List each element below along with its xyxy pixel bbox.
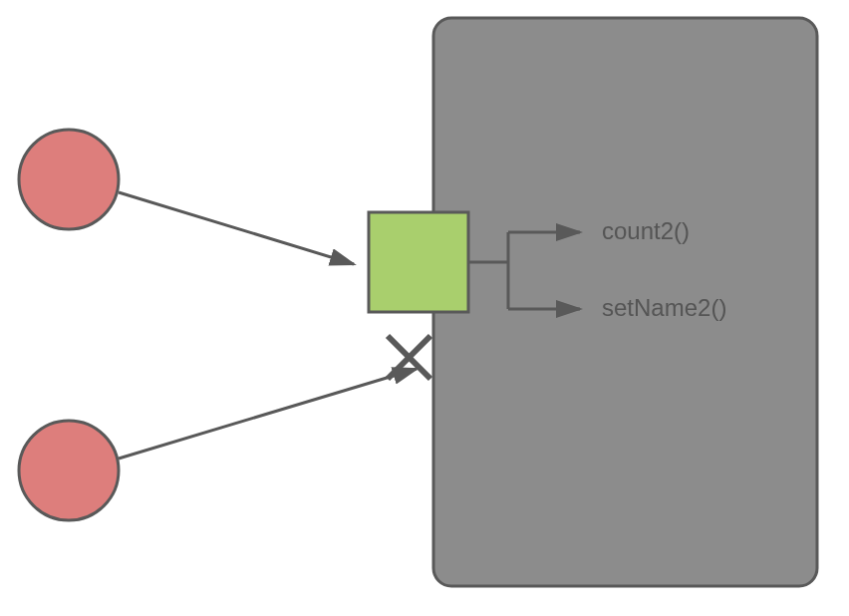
arrow-bottom-blocked	[119, 369, 417, 459]
requester-circle-top	[19, 130, 119, 229]
requester-circle-bottom	[19, 421, 119, 520]
proxy-box	[369, 212, 468, 312]
arrow-top-to-proxy	[119, 192, 354, 264]
method-label-top: count2()	[602, 217, 690, 245]
method-label-bottom: setName2()	[602, 294, 726, 322]
